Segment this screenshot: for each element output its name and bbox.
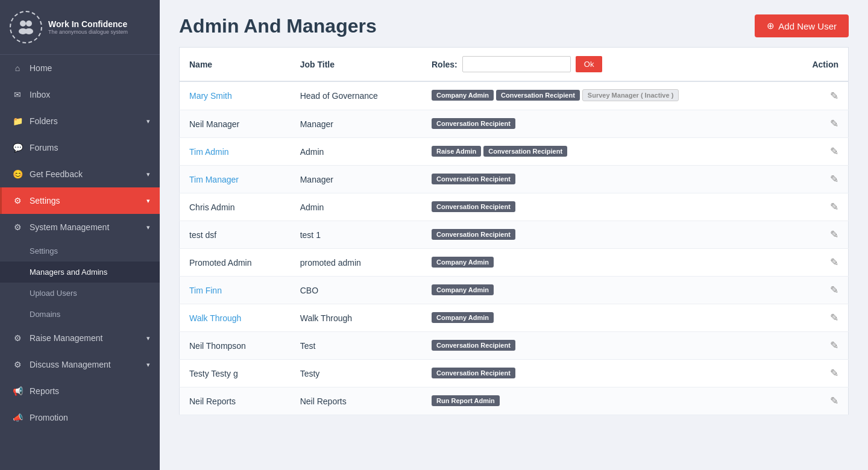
sidebar-item-settings[interactable]: ⚙Settings▾ xyxy=(0,187,160,214)
edit-icon[interactable]: ✎ xyxy=(830,368,838,379)
sidebar-item-promotion[interactable]: 📣Promotion xyxy=(0,404,160,431)
user-roles: Conversation Recipient xyxy=(422,221,786,249)
sidebar-item-label: Promotion xyxy=(30,413,68,422)
sidebar-item-label: Inbox xyxy=(30,90,50,99)
chevron-down-icon: ▾ xyxy=(146,334,150,342)
user-roles: Conversation Recipient xyxy=(422,110,786,138)
action-cell: ✎ xyxy=(786,304,848,332)
sidebar-item-label: System Management xyxy=(30,222,109,232)
sidebar-item-label: Home xyxy=(30,63,52,73)
nav-items: ⌂Home✉Inbox📁Folders▾💬Forums😊Get Feedback… xyxy=(0,55,160,431)
sidebar-item-reports[interactable]: 📢Reports xyxy=(0,378,160,404)
sidebar-item-raise-management[interactable]: ⚙Raise Management▾ xyxy=(0,325,160,351)
sidebar-sub-item-managers-admins[interactable]: Managers and Admins xyxy=(0,262,160,283)
roles-ok-button[interactable]: Ok xyxy=(576,56,603,72)
user-job-title: test 1 xyxy=(291,221,422,249)
user-roles: Raise AdminConversation Recipient xyxy=(422,138,786,166)
users-table: Name Job Title Roles: Ok Action Mary Smi… xyxy=(179,47,849,415)
role-badge: Conversation Recipient xyxy=(432,201,515,212)
edit-icon[interactable]: ✎ xyxy=(830,284,838,296)
user-name: Neil Reports xyxy=(180,387,291,415)
main-content: Admin And Managers ⊕ Add New User Name J… xyxy=(160,0,868,470)
sidebar-sub-item-settings-sub[interactable]: Settings xyxy=(0,240,160,262)
action-cell: ✎ xyxy=(786,138,848,166)
svg-point-0 xyxy=(20,20,26,27)
edit-icon[interactable]: ✎ xyxy=(830,201,838,213)
sidebar-item-label: Get Feedback xyxy=(30,169,83,179)
sidebar-sub-item-domains[interactable]: Domains xyxy=(0,304,160,325)
sidebar-item-get-feedback[interactable]: 😊Get Feedback▾ xyxy=(0,161,160,187)
edit-icon[interactable]: ✎ xyxy=(830,229,838,240)
sidebar-item-label: Discuss Management xyxy=(30,360,111,369)
sidebar-item-home[interactable]: ⌂Home xyxy=(0,55,160,81)
role-badge: Conversation Recipient xyxy=(496,90,580,101)
user-job-title: CBO xyxy=(291,277,422,304)
role-badge: Company Admin xyxy=(432,90,494,101)
forum-icon: 💬 xyxy=(11,142,24,154)
table-row: Walk ThroughWalk ThroughCompany Admin✎ xyxy=(180,304,849,332)
edit-icon[interactable]: ✎ xyxy=(830,118,838,130)
edit-icon[interactable]: ✎ xyxy=(830,257,838,268)
table-container: Name Job Title Roles: Ok Action Mary Smi… xyxy=(160,47,868,470)
user-job-title: Test xyxy=(291,332,422,360)
home-icon: ⌂ xyxy=(11,62,24,74)
edit-icon[interactable]: ✎ xyxy=(830,146,838,157)
user-name-link[interactable]: Tim Finn xyxy=(189,286,222,295)
sidebar-sub-item-upload-users[interactable]: Upload Users xyxy=(0,283,160,304)
sidebar-item-label: Reports xyxy=(30,386,59,396)
promotion-icon: 📣 xyxy=(11,412,24,424)
sidebar-item-label: Folders xyxy=(30,116,58,126)
chevron-down-icon: ▾ xyxy=(146,224,150,231)
add-user-label: Add New User xyxy=(778,21,837,31)
edit-icon[interactable]: ✎ xyxy=(830,90,838,102)
role-badge: Conversation Recipient xyxy=(432,340,515,351)
action-cell: ✎ xyxy=(786,332,848,360)
col-action: Action xyxy=(786,48,848,82)
roles-label: Roles: xyxy=(432,60,458,69)
sidebar-item-discuss-management[interactable]: ⚙Discuss Management▾ xyxy=(0,351,160,378)
user-name-link[interactable]: Tim Manager xyxy=(189,175,239,184)
inbox-icon: ✉ xyxy=(11,89,24,101)
user-roles: Company AdminConversation RecipientSurve… xyxy=(422,81,786,110)
sidebar-item-folders[interactable]: 📁Folders▾ xyxy=(0,108,160,134)
user-name: test dsf xyxy=(180,221,291,249)
edit-icon[interactable]: ✎ xyxy=(830,174,838,185)
role-badge: Conversation Recipient xyxy=(432,368,515,378)
user-roles: Run Report Admin xyxy=(422,387,786,415)
roles-filter-input[interactable] xyxy=(462,56,571,72)
add-new-user-button[interactable]: ⊕ Add New User xyxy=(755,14,849,37)
action-cell: ✎ xyxy=(786,81,848,110)
role-badge: Company Admin xyxy=(432,312,494,323)
discuss-icon: ⚙ xyxy=(11,359,24,371)
user-job-title: Testy xyxy=(291,360,422,387)
table-row: Chris AdminAdminConversation Recipient✎ xyxy=(180,193,849,221)
table-row: Mary SmithHead of GovernanceCompany Admi… xyxy=(180,81,849,110)
sidebar-item-inbox[interactable]: ✉Inbox xyxy=(0,81,160,108)
sidebar-item-system-management[interactable]: ⚙System Management▾ xyxy=(0,214,160,240)
user-roles: Conversation Recipient xyxy=(422,360,786,387)
role-badge: Company Admin xyxy=(432,284,494,295)
action-cell: ✎ xyxy=(786,193,848,221)
role-badge: Conversation Recipient xyxy=(432,174,515,184)
edit-icon[interactable]: ✎ xyxy=(830,395,838,407)
logo: Work In Confidence The anonymous dialogu… xyxy=(0,0,160,55)
col-job-title: Job Title xyxy=(291,48,422,82)
page-header: Admin And Managers ⊕ Add New User xyxy=(160,0,868,47)
table-row: Tim ManagerManagerConversation Recipient… xyxy=(180,166,849,193)
sidebar-item-label: Settings xyxy=(30,196,60,205)
role-badge: Conversation Recipient xyxy=(432,229,515,240)
chevron-down-icon: ▾ xyxy=(146,171,150,178)
table-body: Mary SmithHead of GovernanceCompany Admi… xyxy=(180,81,849,415)
user-name-link[interactable]: Tim Admin xyxy=(189,147,229,157)
col-name: Name xyxy=(180,48,291,82)
user-job-title: Admin xyxy=(291,193,422,221)
edit-icon[interactable]: ✎ xyxy=(830,340,838,351)
user-name-link[interactable]: Mary Smith xyxy=(189,91,232,101)
role-badge: Raise Admin xyxy=(432,146,481,157)
edit-icon[interactable]: ✎ xyxy=(830,312,838,324)
user-job-title: Head of Governance xyxy=(291,81,422,110)
sidebar-item-forums[interactable]: 💬Forums xyxy=(0,134,160,161)
plus-icon: ⊕ xyxy=(767,20,775,31)
col-roles: Roles: Ok xyxy=(422,48,786,82)
user-name-link[interactable]: Walk Through xyxy=(189,313,241,323)
